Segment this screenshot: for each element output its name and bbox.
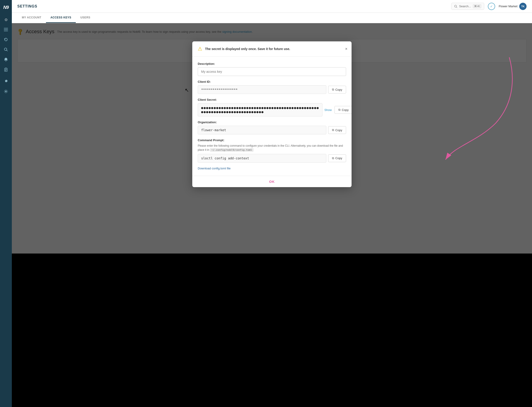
client-secret-row: ●●●●●●●●●●●●●●●●●●●●●●●●●●●●●●●●●●●●●●●●… <box>198 103 346 117</box>
command-row: sloctl config add-context ⧉ Copy <box>198 154 346 163</box>
svg-rect-6 <box>5 68 7 71</box>
organization-field-group: Organization: flower-market ⧉ Copy <box>198 120 346 134</box>
modal-footer: OK <box>192 176 352 187</box>
modal-body: Description: Client ID: ****************… <box>192 57 352 176</box>
header-left: SETTINGS <box>17 4 37 8</box>
command-desc: Please enter the following command to co… <box>198 144 346 152</box>
svg-rect-1 <box>4 29 8 30</box>
svg-point-5 <box>6 61 6 62</box>
client-id-value: ******************* <box>198 85 326 94</box>
command-prompt-section: Command Prompt: Please enter the followi… <box>198 139 346 163</box>
download-config-link[interactable]: Download config.toml file <box>198 167 231 170</box>
modal: ⚠ The secret is displayed only once. Sav… <box>192 41 352 187</box>
page-body: 🔑 Access Keys The access key is used to … <box>12 23 532 407</box>
sidebar-item-search[interactable] <box>2 46 10 54</box>
copy-client-id-button[interactable]: ⧉ Copy <box>328 86 346 94</box>
svg-rect-0 <box>4 28 8 28</box>
search-placeholder: Search... <box>459 5 471 8</box>
description-field-group: Description: <box>198 62 346 76</box>
client-id-field-group: Client ID: ******************* ⧉ Copy <box>198 80 346 94</box>
copy-secret-button[interactable]: ⧉ Copy <box>334 106 352 114</box>
search-box[interactable]: Search... ⌘+K <box>451 3 484 10</box>
tab-users[interactable]: USERS <box>76 13 95 23</box>
tab-my-account[interactable]: MY ACCOUNT <box>17 13 46 23</box>
svg-point-11 <box>5 91 7 92</box>
description-label: Description: <box>198 62 346 65</box>
organization-row: flower-market ⧉ Copy <box>198 126 346 134</box>
command-value: sloctl config add-context <box>198 154 326 163</box>
ok-button[interactable]: OK <box>269 180 275 183</box>
tab-access-keys[interactable]: ACCESS KEYS <box>46 13 76 23</box>
user-name: Flower Market <box>499 5 517 8</box>
warning-icon: ⚠ <box>198 46 202 52</box>
sidebar: N9 ⊙ <box>0 0 12 407</box>
search-icon <box>454 5 457 8</box>
svg-line-4 <box>7 50 8 51</box>
nav-tabs: MY ACCOUNT ACCESS KEYS USERS <box>12 13 532 23</box>
config-path: ~/.config/nobl9/config.toml <box>210 148 253 152</box>
client-id-label: Client ID: <box>198 80 346 83</box>
modal-wrapper: ⚠ The secret is displayed only once. Sav… <box>192 41 352 187</box>
sidebar-item-gear2[interactable] <box>2 87 10 95</box>
check-icon[interactable]: ✓ <box>488 3 495 10</box>
organization-label: Organization: <box>198 120 346 124</box>
top-header: SETTINGS Search... ⌘+K ✓ Flower Market T… <box>12 0 532 13</box>
header-right: Search... ⌘+K ✓ Flower Market TK <box>451 3 526 10</box>
user-info: Flower Market TK <box>499 3 526 10</box>
modal-header: ⚠ The secret is displayed only once. Sav… <box>192 41 352 57</box>
svg-point-12 <box>454 5 456 7</box>
sidebar-item-bell[interactable] <box>2 55 10 64</box>
copy-org-icon: ⧉ <box>332 128 334 132</box>
modal-warning-text: The secret is displayed only once. Save … <box>205 47 290 51</box>
copy-secret-icon: ⧉ <box>338 108 340 112</box>
show-secret-link[interactable]: Show <box>324 108 332 112</box>
client-secret-value: ●●●●●●●●●●●●●●●●●●●●●●●●●●●●●●●●●●●●●●●●… <box>198 103 322 117</box>
description-input[interactable] <box>198 67 346 76</box>
sidebar-item-clipboard[interactable] <box>2 65 10 74</box>
svg-rect-7 <box>5 68 7 69</box>
copy-icon: ⧉ <box>332 88 334 91</box>
svg-point-3 <box>4 48 7 50</box>
modal-close-button[interactable]: × <box>345 47 347 51</box>
client-id-row: ******************* ⧉ Copy <box>198 85 346 94</box>
sidebar-item-refresh[interactable] <box>2 35 10 44</box>
user-avatar: TK <box>519 3 526 10</box>
copy-command-button[interactable]: ⧉ Copy <box>328 154 346 162</box>
search-shortcut: ⌘+K <box>473 4 481 8</box>
organization-value: flower-market <box>198 126 326 134</box>
sidebar-item-list[interactable] <box>2 25 10 34</box>
copy-organization-button[interactable]: ⧉ Copy <box>328 126 346 134</box>
client-secret-label: Client Secret: <box>198 98 346 102</box>
svg-rect-2 <box>4 31 8 31</box>
command-prompt-label: Command Prompt: <box>198 139 346 142</box>
main-content: SETTINGS Search... ⌘+K ✓ Flower Market T… <box>12 0 532 407</box>
app-title: SETTINGS <box>17 4 37 8</box>
sidebar-item-settings[interactable] <box>2 77 10 86</box>
client-secret-field-group: Client Secret: ●●●●●●●●●●●●●●●●●●●●●●●●●… <box>198 98 346 117</box>
app-logo[interactable]: N9 <box>1 3 10 12</box>
copy-command-icon: ⧉ <box>332 157 334 160</box>
svg-line-13 <box>456 7 457 8</box>
sidebar-item-home[interactable]: ⊙ <box>2 16 10 24</box>
